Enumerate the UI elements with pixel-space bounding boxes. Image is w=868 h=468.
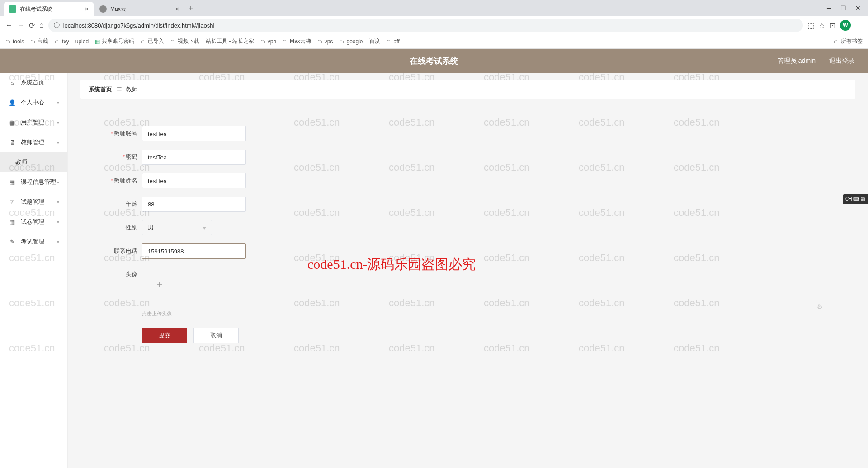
bookmark-item[interactable]: ▦共享账号密码: [95, 37, 134, 45]
bookmark-item[interactable]: 🗀vps: [317, 38, 333, 45]
breadcrumb-separator: ☰: [117, 86, 122, 93]
teacher-form: *教师账号 *密码 *教师姓名 年龄 性别 男 ▾: [80, 126, 855, 343]
maximize-icon[interactable]: ☐: [840, 5, 846, 12]
form-row-gender: 性别 男 ▾: [97, 220, 855, 235]
form-label: *教师姓名: [97, 177, 137, 185]
form-buttons: 提交 取消: [142, 328, 855, 343]
app-body: ⌂ 系统首页 👤 个人中心 ▾ ▦ 用户管理 ▾ 🖥 教师管理 ▾ 教师 ▦ 课…: [0, 73, 868, 468]
breadcrumb-current: 教师: [126, 86, 138, 93]
chevron-down-icon: ▾: [57, 140, 59, 145]
form-row-password: *密码: [97, 150, 855, 165]
info-icon: ⓘ: [54, 21, 60, 29]
folder-icon: 🗀: [260, 38, 266, 45]
sidebar-item-question-mgmt[interactable]: ☑ 试题管理 ▾: [0, 192, 67, 212]
browser-tab[interactable]: Max云 ×: [94, 2, 184, 16]
name-input[interactable]: [142, 173, 246, 188]
bookmark-item[interactable]: 🗀宝藏: [30, 37, 48, 45]
breadcrumb-home[interactable]: 系统首页: [89, 86, 112, 93]
home-icon[interactable]: ⌂: [39, 21, 44, 29]
grid-icon: ▦: [8, 119, 16, 126]
bookmark-item[interactable]: 🗀已导入: [141, 37, 164, 45]
ime-badge[interactable]: CH ⌨ 简: [843, 194, 868, 204]
close-icon[interactable]: ×: [85, 5, 89, 13]
menu-icon[interactable]: ⋮: [855, 21, 863, 30]
browser-tab-active[interactable]: 在线考试系统 ×: [4, 2, 94, 16]
sidebar-item-teacher-mgmt[interactable]: 🖥 教师管理 ▾: [0, 132, 67, 152]
folder-icon: 🗀: [5, 38, 11, 45]
nav-bar: ← → ⟳ ⌂ ⓘ localhost:8080/django7k6gs/adm…: [0, 16, 868, 34]
logout-link[interactable]: 退出登录: [829, 57, 854, 65]
all-bookmarks[interactable]: 🗀所有书签: [834, 37, 863, 45]
form-row-name: *教师姓名: [97, 173, 855, 188]
folder-icon: 🗀: [834, 38, 839, 45]
folder-icon: 🗀: [55, 38, 60, 45]
check-icon: ☑: [8, 199, 16, 206]
user-label[interactable]: 管理员 admin: [778, 57, 816, 65]
grid-icon: ▦: [8, 219, 16, 225]
sidebar-item-user-mgmt[interactable]: ▦ 用户管理 ▾: [0, 112, 67, 132]
close-window-icon[interactable]: ✕: [855, 5, 861, 12]
folder-icon: 🗀: [387, 38, 392, 45]
sidebar-item-paper-mgmt[interactable]: ▦ 试卷管理 ▾: [0, 212, 67, 232]
gender-select[interactable]: 男 ▾: [142, 220, 212, 235]
form-label: *教师账号: [97, 130, 137, 138]
nav-right: ⬚ ☆ ⊡ W ⋮: [807, 20, 863, 31]
chevron-down-icon: ▾: [57, 239, 59, 244]
favicon-icon: [99, 5, 107, 13]
form-row-avatar: 头像 +: [97, 267, 855, 302]
bookmark-item[interactable]: 🗀google: [339, 38, 363, 45]
sidebar-item-home[interactable]: ⌂ 系统首页: [0, 73, 67, 93]
extensions-icon[interactable]: ⊡: [830, 21, 835, 30]
folder-icon: 🗀: [30, 38, 36, 45]
header-right: 管理员 admin 退出登录: [778, 57, 854, 65]
folder-icon: 🗀: [141, 38, 146, 45]
folder-icon: 🗀: [283, 38, 288, 45]
sidebar-item-exam-mgmt[interactable]: ✎ 考试管理 ▾: [0, 232, 67, 252]
chevron-down-icon: ▾: [57, 220, 59, 225]
sidebar-item-profile[interactable]: 👤 个人中心 ▾: [0, 93, 67, 112]
sidebar: ⌂ 系统首页 👤 个人中心 ▾ ▦ 用户管理 ▾ 🖥 教师管理 ▾ 教师 ▦ 课…: [0, 73, 68, 468]
bookmark-item[interactable]: 🗀视频下载: [170, 37, 199, 45]
cancel-button[interactable]: 取消: [193, 328, 239, 343]
bookmark-item[interactable]: uplod: [75, 38, 89, 45]
star-icon[interactable]: ☆: [819, 21, 825, 30]
form-label: 头像: [97, 267, 137, 279]
chevron-down-icon: ▾: [203, 225, 206, 231]
bookmark-item[interactable]: 🗀vpn: [260, 38, 276, 45]
folder-icon: 🗀: [170, 38, 176, 45]
bookmark-item[interactable]: 🗀aff: [387, 38, 400, 45]
translate-icon[interactable]: ⬚: [807, 21, 814, 30]
refresh-icon[interactable]: ⟳: [29, 21, 35, 30]
url-text: localhost:8080/django7k6gs/admin/dist/in…: [63, 22, 215, 29]
form-row-account: *教师账号: [97, 126, 855, 141]
form-row-age: 年龄: [97, 197, 855, 212]
breadcrumb: 系统首页 ☰ 教师: [80, 80, 855, 99]
bookmark-item[interactable]: 站长工具 - 站长之家: [206, 37, 254, 45]
app-header: 在线考试系统 管理员 admin 退出登录: [0, 49, 868, 73]
user-icon: 👤: [8, 99, 16, 106]
new-tab-button[interactable]: +: [184, 2, 197, 14]
window-controls: ─ ☐ ✕: [827, 5, 868, 12]
forward-icon[interactable]: →: [17, 21, 24, 29]
bookmark-item[interactable]: 🗀tools: [5, 38, 24, 45]
submit-button[interactable]: 提交: [142, 328, 187, 343]
bookmark-item[interactable]: 🗀Max云梯: [283, 37, 311, 45]
edit-icon: ✎: [8, 239, 16, 245]
folder-icon: 🗀: [339, 38, 344, 45]
account-input[interactable]: [142, 126, 246, 141]
close-icon[interactable]: ×: [175, 5, 179, 13]
gear-icon[interactable]: ⚙: [817, 303, 823, 310]
minimize-icon[interactable]: ─: [827, 5, 831, 12]
profile-avatar[interactable]: W: [840, 20, 851, 31]
url-bar[interactable]: ⓘ localhost:8080/django7k6gs/admin/dist/…: [48, 19, 803, 32]
tab-title: Max云: [110, 5, 126, 13]
back-icon[interactable]: ←: [5, 21, 13, 29]
bookmark-item[interactable]: 百度: [369, 37, 380, 45]
sidebar-item-course-mgmt[interactable]: ▦ 课程信息管理 ▾: [0, 172, 67, 192]
password-input[interactable]: [142, 150, 246, 165]
avatar-upload[interactable]: +: [142, 267, 177, 302]
bookmark-item[interactable]: 🗀txy: [55, 38, 69, 45]
age-input[interactable]: [142, 197, 246, 212]
sidebar-item-teacher[interactable]: 教师: [0, 152, 67, 172]
phone-input[interactable]: [142, 243, 246, 259]
